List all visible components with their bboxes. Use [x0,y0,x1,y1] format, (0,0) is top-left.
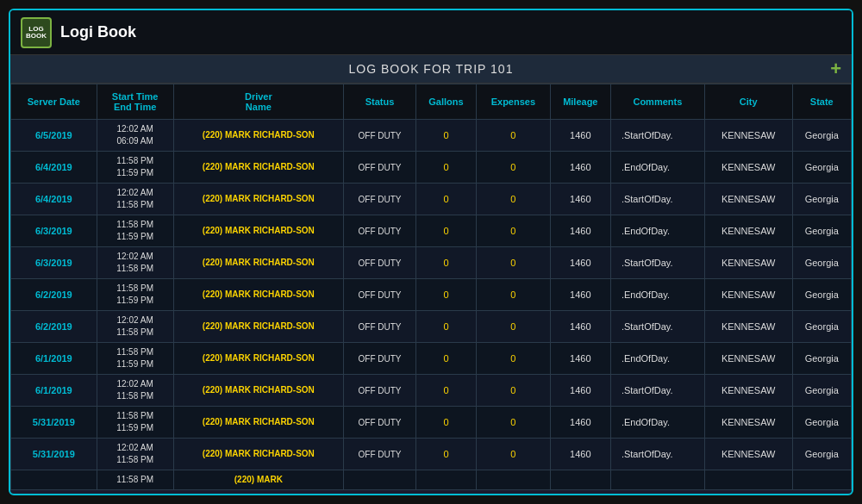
table-row[interactable]: 6/2/201912:02 AM11:58 PM(220) MARK RICHA… [11,311,852,343]
table-row[interactable]: 6/4/201911:58 PM11:59 PM(220) MARK RICHA… [11,152,852,184]
col-expenses: Expenses [477,84,551,120]
table-row[interactable]: 11:58 PM(220) MARK [11,470,852,490]
cell-time: 12:02 AM11:58 PM [97,439,173,470]
cell-city: KENNESAW [704,279,792,311]
cell-state: Georgia [792,247,852,279]
table-row[interactable]: 6/4/201912:02 AM11:58 PM(220) MARK RICHA… [11,184,852,215]
cell-gallons: 0 [415,343,476,375]
cell-driver: (220) MARK RICHARD-SON [173,152,344,184]
cell-expenses: 0 [477,120,551,152]
cell-gallons: 0 [415,247,476,279]
logo-text-bottom: BOOK [26,33,47,40]
cell-mileage: 1460 [550,152,610,184]
cell-mileage: 1460 [550,215,610,247]
col-city: City [704,84,792,120]
table-row[interactable]: 6/1/201912:02 AM11:58 PM(220) MARK RICHA… [11,375,852,407]
cell-city: KENNESAW [704,215,792,247]
log-table: Server Date Start TimeEnd Time DriverNam… [10,84,852,490]
cell-status: OFF DUTY [344,215,416,247]
cell-comments: .EndOfDay. [610,279,704,311]
cell-status [344,470,416,490]
cell-status: OFF DUTY [344,120,416,152]
col-mileage: Mileage [550,84,610,120]
cell-time: 12:02 AM11:58 PM [97,184,173,215]
cell-server-date: 6/2/2019 [11,311,97,343]
cell-mileage: 1460 [550,343,610,375]
cell-comments: .EndOfDay. [610,407,704,439]
cell-state: Georgia [792,279,852,311]
table-header-row: Server Date Start TimeEnd Time DriverNam… [11,84,852,120]
cell-time: 12:02 AM11:58 PM [97,311,173,343]
cell-gallons: 0 [415,215,476,247]
cell-city: KENNESAW [704,407,792,439]
col-driver-name: DriverName [173,84,344,120]
col-comments: Comments [610,84,704,120]
cell-time: 11:58 PM11:59 PM [97,407,173,439]
cell-status: OFF DUTY [344,247,416,279]
cell-state: Georgia [792,120,852,152]
cell-expenses: 0 [477,247,551,279]
cell-state: Georgia [792,343,852,375]
cell-city: KENNESAW [704,184,792,215]
cell-status: OFF DUTY [344,439,416,470]
cell-server-date: 6/4/2019 [11,184,97,215]
table-row[interactable]: 6/2/201911:58 PM11:59 PM(220) MARK RICHA… [11,279,852,311]
cell-driver: (220) MARK RICHARD-SON [173,184,344,215]
cell-driver: (220) MARK RICHARD-SON [173,247,344,279]
logo: LOG BOOK [21,17,52,48]
table-row[interactable]: 6/5/201912:02 AM06:09 AM(220) MARK RICHA… [11,120,852,152]
cell-driver: (220) MARK RICHARD-SON [173,120,344,152]
cell-status: OFF DUTY [344,375,416,407]
cell-city: KENNESAW [704,247,792,279]
cell-city: KENNESAW [704,152,792,184]
cell-driver: (220) MARK [173,470,344,490]
col-state: State [792,84,852,120]
table-row[interactable]: 5/31/201912:02 AM11:58 PM(220) MARK RICH… [11,439,852,470]
cell-city: KENNESAW [704,375,792,407]
cell-server-date: 6/3/2019 [11,215,97,247]
cell-time: 11:58 PM11:59 PM [97,343,173,375]
cell-expenses [477,470,551,490]
table-row[interactable]: 5/31/201911:58 PM11:59 PM(220) MARK RICH… [11,407,852,439]
cell-server-date: 5/31/2019 [11,439,97,470]
add-button[interactable]: + [830,58,841,80]
table-row[interactable]: 6/1/201911:58 PM11:59 PM(220) MARK RICHA… [11,343,852,375]
cell-server-date: 6/2/2019 [11,279,97,311]
cell-gallons: 0 [415,184,476,215]
cell-expenses: 0 [477,215,551,247]
cell-comments: .StartOfDay. [610,311,704,343]
cell-state: Georgia [792,439,852,470]
cell-server-date: 6/3/2019 [11,247,97,279]
col-server-date: Server Date [11,84,97,120]
table-row[interactable]: 6/3/201911:58 PM11:59 PM(220) MARK RICHA… [11,215,852,247]
cell-driver: (220) MARK RICHARD-SON [173,311,344,343]
cell-mileage: 1460 [550,120,610,152]
cell-gallons: 0 [415,311,476,343]
table-row[interactable]: 6/3/201912:02 AM11:58 PM(220) MARK RICHA… [11,247,852,279]
cell-gallons: 0 [415,152,476,184]
cell-comments: .StartOfDay. [610,120,704,152]
subheader-title: LOG BOOK FOR TRIP 101 [349,62,514,76]
table-container: Server Date Start TimeEnd Time DriverNam… [10,84,852,494]
cell-mileage: 1460 [550,311,610,343]
cell-mileage: 1460 [550,439,610,470]
cell-comments: .EndOfDay. [610,215,704,247]
cell-comments [610,470,704,490]
app-title: Logi Book [60,23,136,41]
cell-comments: .EndOfDay. [610,152,704,184]
cell-state: Georgia [792,311,852,343]
cell-expenses: 0 [477,184,551,215]
cell-mileage: 1460 [550,247,610,279]
cell-state: Georgia [792,184,852,215]
cell-mileage [550,470,610,490]
cell-expenses: 0 [477,375,551,407]
cell-driver: (220) MARK RICHARD-SON [173,215,344,247]
cell-time: 12:02 AM06:09 AM [97,120,173,152]
app-container: LOG BOOK Logi Book LOG BOOK FOR TRIP 101… [9,9,853,495]
cell-status: OFF DUTY [344,311,416,343]
cell-gallons: 0 [415,439,476,470]
cell-driver: (220) MARK RICHARD-SON [173,407,344,439]
cell-driver: (220) MARK RICHARD-SON [173,375,344,407]
cell-server-date: 6/5/2019 [11,120,97,152]
cell-status: OFF DUTY [344,343,416,375]
